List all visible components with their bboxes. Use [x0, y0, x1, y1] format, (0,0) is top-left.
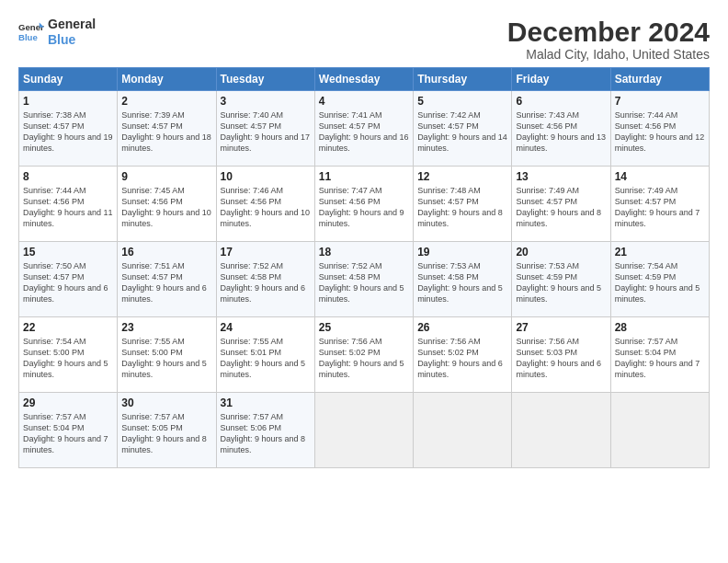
calendar-title: December 2024 — [507, 17, 710, 47]
calendar-cell: 11Sunrise: 7:47 AMSunset: 4:56 PMDayligh… — [314, 167, 413, 242]
logo-general: General — [48, 17, 96, 32]
cell-text: Sunrise: 7:57 AMSunset: 5:06 PMDaylight:… — [221, 412, 306, 454]
calendar-cell: 29Sunrise: 7:57 AMSunset: 5:04 PMDayligh… — [19, 393, 118, 468]
cell-text: Sunrise: 7:49 AMSunset: 4:57 PMDaylight:… — [615, 186, 700, 228]
day-number: 11 — [319, 170, 409, 183]
calendar-cell: 26Sunrise: 7:56 AMSunset: 5:02 PMDayligh… — [414, 317, 512, 393]
cell-text: Sunrise: 7:56 AMSunset: 5:02 PMDaylight:… — [417, 337, 503, 379]
day-number: 31 — [221, 396, 311, 409]
cell-text: Sunrise: 7:52 AMSunset: 4:58 PMDaylight:… — [221, 261, 306, 304]
cell-text: Sunrise: 7:38 AMSunset: 4:57 PMDaylight:… — [23, 110, 113, 153]
day-number: 6 — [516, 95, 606, 108]
day-number: 13 — [516, 170, 606, 183]
cell-text: Sunrise: 7:49 AMSunset: 4:57 PMDaylight:… — [516, 186, 601, 228]
cell-text: Sunrise: 7:56 AMSunset: 5:03 PMDaylight:… — [516, 337, 601, 379]
calendar-cell: 12Sunrise: 7:48 AMSunset: 4:57 PMDayligh… — [414, 167, 512, 242]
header-saturday: Saturday — [610, 68, 709, 91]
cell-text: Sunrise: 7:51 AMSunset: 4:57 PMDaylight:… — [121, 261, 207, 304]
cell-text: Sunrise: 7:44 AMSunset: 4:56 PMDaylight:… — [23, 186, 113, 228]
header-thursday: Thursday — [414, 68, 512, 91]
calendar-cell: 24Sunrise: 7:55 AMSunset: 5:01 PMDayligh… — [216, 317, 314, 393]
header-tuesday: Tuesday — [216, 68, 314, 91]
day-number: 23 — [121, 321, 211, 334]
day-number: 2 — [121, 95, 211, 108]
calendar-cell: 23Sunrise: 7:55 AMSunset: 5:00 PMDayligh… — [118, 317, 216, 393]
day-number: 16 — [121, 246, 211, 259]
header-friday: Friday — [512, 68, 610, 91]
page-header: General Blue General Blue December 2024 … — [18, 17, 710, 62]
day-number: 22 — [23, 321, 113, 334]
calendar-cell: 14Sunrise: 7:49 AMSunset: 4:57 PMDayligh… — [610, 167, 709, 242]
cell-text: Sunrise: 7:47 AMSunset: 4:56 PMDaylight:… — [319, 186, 404, 228]
calendar-cell: 20Sunrise: 7:53 AMSunset: 4:59 PMDayligh… — [512, 242, 610, 317]
cell-text: Sunrise: 7:42 AMSunset: 4:57 PMDaylight:… — [417, 110, 507, 153]
calendar-cell: 15Sunrise: 7:50 AMSunset: 4:57 PMDayligh… — [19, 242, 118, 317]
day-number: 15 — [23, 246, 113, 259]
cell-text: Sunrise: 7:45 AMSunset: 4:56 PMDaylight:… — [121, 186, 211, 228]
cell-text: Sunrise: 7:43 AMSunset: 4:56 PMDaylight:… — [516, 110, 606, 153]
day-number: 7 — [615, 95, 705, 108]
calendar-cell: 9Sunrise: 7:45 AMSunset: 4:56 PMDaylight… — [118, 167, 216, 242]
calendar-table: SundayMondayTuesdayWednesdayThursdayFrid… — [18, 67, 710, 468]
cell-text: Sunrise: 7:54 AMSunset: 4:59 PMDaylight:… — [615, 261, 700, 304]
svg-text:Blue: Blue — [18, 32, 38, 42]
cell-text: Sunrise: 7:40 AMSunset: 4:57 PMDaylight:… — [221, 110, 311, 153]
cell-text: Sunrise: 7:41 AMSunset: 4:57 PMDaylight:… — [319, 110, 409, 153]
cell-text: Sunrise: 7:44 AMSunset: 4:56 PMDaylight:… — [615, 110, 705, 153]
calendar-cell: 17Sunrise: 7:52 AMSunset: 4:58 PMDayligh… — [216, 242, 314, 317]
cell-text: Sunrise: 7:56 AMSunset: 5:02 PMDaylight:… — [319, 337, 404, 379]
calendar-cell: 4Sunrise: 7:41 AMSunset: 4:57 PMDaylight… — [314, 91, 413, 167]
day-number: 30 — [121, 396, 211, 409]
day-number: 3 — [221, 95, 311, 108]
calendar-cell — [414, 393, 512, 468]
cell-text: Sunrise: 7:55 AMSunset: 5:00 PMDaylight:… — [121, 337, 207, 379]
cell-text: Sunrise: 7:57 AMSunset: 5:05 PMDaylight:… — [121, 412, 207, 454]
calendar-cell: 7Sunrise: 7:44 AMSunset: 4:56 PMDaylight… — [610, 91, 709, 167]
calendar-cell: 10Sunrise: 7:46 AMSunset: 4:56 PMDayligh… — [216, 167, 314, 242]
day-number: 17 — [221, 246, 311, 259]
day-number: 20 — [516, 246, 606, 259]
calendar-cell: 18Sunrise: 7:52 AMSunset: 4:58 PMDayligh… — [314, 242, 413, 317]
calendar-cell: 28Sunrise: 7:57 AMSunset: 5:04 PMDayligh… — [610, 317, 709, 393]
cell-text: Sunrise: 7:53 AMSunset: 4:59 PMDaylight:… — [516, 261, 601, 304]
header-monday: Monday — [118, 68, 216, 91]
calendar-cell: 1Sunrise: 7:38 AMSunset: 4:57 PMDaylight… — [19, 91, 118, 167]
cell-text: Sunrise: 7:48 AMSunset: 4:57 PMDaylight:… — [417, 186, 503, 228]
day-number: 26 — [417, 321, 507, 334]
logo-icon: General Blue — [18, 19, 44, 45]
calendar-cell: 3Sunrise: 7:40 AMSunset: 4:57 PMDaylight… — [216, 91, 314, 167]
calendar-cell: 31Sunrise: 7:57 AMSunset: 5:06 PMDayligh… — [216, 393, 314, 468]
cell-text: Sunrise: 7:57 AMSunset: 5:04 PMDaylight:… — [23, 412, 108, 454]
day-number: 28 — [615, 321, 705, 334]
cell-text: Sunrise: 7:50 AMSunset: 4:57 PMDaylight:… — [23, 261, 108, 304]
calendar-cell: 21Sunrise: 7:54 AMSunset: 4:59 PMDayligh… — [610, 242, 709, 317]
day-number: 14 — [615, 170, 705, 183]
calendar-cell: 27Sunrise: 7:56 AMSunset: 5:03 PMDayligh… — [512, 317, 610, 393]
calendar-cell — [610, 393, 709, 468]
calendar-cell: 5Sunrise: 7:42 AMSunset: 4:57 PMDaylight… — [414, 91, 512, 167]
calendar-cell: 6Sunrise: 7:43 AMSunset: 4:56 PMDaylight… — [512, 91, 610, 167]
day-number: 24 — [221, 321, 311, 334]
day-number: 5 — [417, 95, 507, 108]
day-number: 29 — [23, 396, 113, 409]
day-number: 8 — [23, 170, 113, 183]
calendar-cell — [314, 393, 413, 468]
logo: General Blue General Blue — [18, 17, 96, 48]
calendar-cell: 16Sunrise: 7:51 AMSunset: 4:57 PMDayligh… — [118, 242, 216, 317]
cell-text: Sunrise: 7:55 AMSunset: 5:01 PMDaylight:… — [221, 337, 306, 379]
header-wednesday: Wednesday — [314, 68, 413, 91]
logo-blue: Blue — [48, 32, 96, 48]
calendar-cell: 13Sunrise: 7:49 AMSunset: 4:57 PMDayligh… — [512, 167, 610, 242]
day-number: 12 — [417, 170, 507, 183]
calendar-cell: 8Sunrise: 7:44 AMSunset: 4:56 PMDaylight… — [19, 167, 118, 242]
calendar-cell: 22Sunrise: 7:54 AMSunset: 5:00 PMDayligh… — [19, 317, 118, 393]
day-number: 4 — [319, 95, 409, 108]
cell-text: Sunrise: 7:53 AMSunset: 4:58 PMDaylight:… — [417, 261, 503, 304]
cell-text: Sunrise: 7:39 AMSunset: 4:57 PMDaylight:… — [121, 110, 211, 153]
day-number: 9 — [121, 170, 211, 183]
cell-text: Sunrise: 7:57 AMSunset: 5:04 PMDaylight:… — [615, 337, 700, 379]
header-sunday: Sunday — [19, 68, 118, 91]
day-number: 1 — [23, 95, 113, 108]
calendar-subtitle: Malad City, Idaho, United States — [507, 47, 710, 62]
day-number: 25 — [319, 321, 409, 334]
